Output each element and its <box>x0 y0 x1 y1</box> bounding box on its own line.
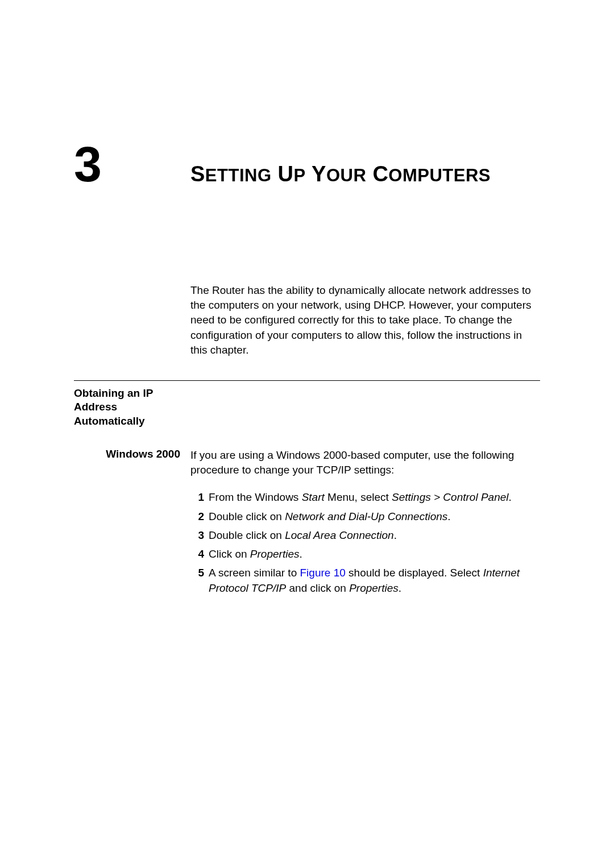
text-run: Double click on <box>209 510 285 522</box>
title-cap: U <box>272 162 294 186</box>
chapter-header: 3 SETTING UP YOUR COMPUTERS <box>74 139 540 189</box>
intro-paragraph: The Router has the ability to dynamicall… <box>190 283 540 358</box>
list-item: 4 Click on Properties. <box>190 547 540 562</box>
list-item: 1 From the Windows Start Menu, select Se… <box>190 490 540 505</box>
list-item: 2 Double click on Network and Dial-Up Co… <box>190 509 540 524</box>
list-item: 3 Double click on Local Area Connection. <box>190 528 540 543</box>
step-number: 5 <box>190 566 204 595</box>
chapter-title: SETTING UP YOUR COMPUTERS <box>190 162 491 186</box>
figure-link[interactable]: Figure 10 <box>300 567 346 579</box>
steps-list: 1 From the Windows Start Menu, select Se… <box>190 490 540 595</box>
text-run: Double click on <box>209 529 285 541</box>
text-run: . <box>447 510 450 522</box>
heading-line: Address <box>74 401 117 413</box>
heading-line: Obtaining an IP <box>74 387 153 399</box>
intro-block: The Router has the ability to dynamicall… <box>74 283 540 380</box>
text-italic: Start <box>302 491 325 503</box>
step-text: Double click on Network and Dial-Up Conn… <box>209 509 540 524</box>
title-cap: S <box>190 162 205 186</box>
step-number: 1 <box>190 490 204 505</box>
text-run: From the Windows <box>209 491 302 503</box>
text-italic: Properties <box>349 582 399 594</box>
text-run: and click on <box>286 582 349 594</box>
subsection-row: Windows 2000 If you are using a Windows … <box>74 448 540 600</box>
heading-line: Automatically <box>74 415 145 427</box>
text-run: . <box>399 582 401 594</box>
step-number: 4 <box>190 547 204 562</box>
section-heading: Obtaining an IP Address Automatically <box>74 387 180 428</box>
step-number: 3 <box>190 528 204 543</box>
title-cap: C <box>366 162 388 186</box>
text-run: Menu, select <box>325 491 392 503</box>
title-small: OMPUTERS <box>388 165 491 185</box>
step-number: 2 <box>190 509 204 524</box>
text-run: Click on <box>209 548 250 560</box>
chapter-number: 3 <box>74 139 190 189</box>
list-item: 5 A screen similar to Figure 10 should b… <box>190 566 540 595</box>
section-heading-row: Obtaining an IP Address Automatically <box>74 387 540 428</box>
sub-intro-paragraph: If you are using a Windows 2000-based co… <box>190 448 540 477</box>
title-small: ETTING <box>205 165 272 185</box>
title-small: P <box>294 165 306 185</box>
text-run: . <box>299 548 302 560</box>
text-italic: Settings > Control Panel <box>392 491 508 503</box>
step-text: Click on Properties. <box>209 547 540 562</box>
text-run: should be displayed. Select <box>346 567 483 579</box>
sub-heading: Windows 2000 <box>106 448 180 460</box>
title-small: OUR <box>326 165 366 185</box>
text-run: A screen similar to <box>209 567 300 579</box>
text-italic: Local Area Connection <box>285 529 394 541</box>
text-run: . <box>509 491 512 503</box>
section-divider <box>74 380 540 381</box>
step-text: From the Windows Start Menu, select Sett… <box>209 490 540 505</box>
title-cap: Y <box>306 162 326 186</box>
step-text: Double click on Local Area Connection. <box>209 528 540 543</box>
text-italic: Network and Dial-Up Connections <box>285 510 447 522</box>
text-italic: Properties <box>250 548 300 560</box>
document-page: 3 SETTING UP YOUR COMPUTERS The Router h… <box>0 0 614 600</box>
text-run: . <box>394 529 397 541</box>
step-text: A screen similar to Figure 10 should be … <box>209 566 540 595</box>
